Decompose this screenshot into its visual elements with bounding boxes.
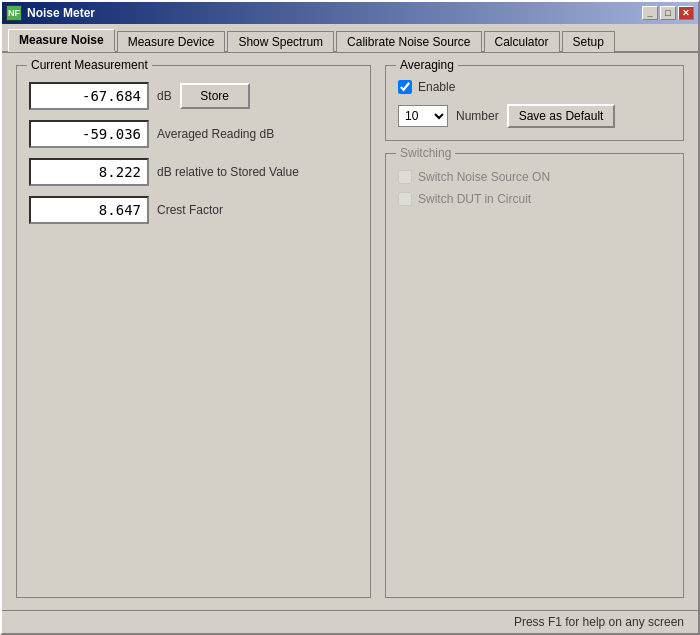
reading-unit-label: dB [157,89,172,103]
tab-measure-noise[interactable]: Measure Noise [8,29,115,52]
window-title: Noise Meter [27,6,95,20]
averaging-title: Averaging [396,58,458,72]
right-column: Averaging Enable 10 5 20 50 100 [385,65,684,598]
reading-input [29,82,149,110]
crest-row: Crest Factor [29,196,358,224]
current-measurement-title: Current Measurement [27,58,152,72]
relative-label: dB relative to Stored Value [157,165,299,179]
averaging-group: Averaging Enable 10 5 20 50 100 [385,65,684,141]
main-row: Current Measurement dB Store Averaged Re… [16,65,684,598]
dut-label: Switch DUT in Circuit [418,192,531,206]
restore-button[interactable]: □ [660,6,676,20]
relative-input [29,158,149,186]
crest-input [29,196,149,224]
store-button[interactable]: Store [180,83,250,109]
main-window: NF Noise Meter _ □ ✕ Measure Noise Measu… [0,0,700,635]
status-text: Press F1 for help on any screen [514,615,684,629]
title-buttons: _ □ ✕ [642,6,694,20]
tabs-bar: Measure Noise Measure Device Show Spectr… [2,24,698,53]
title-bar: NF Noise Meter _ □ ✕ [2,2,698,24]
tab-setup[interactable]: Setup [562,31,615,52]
noise-source-row: Switch Noise Source ON [398,170,671,184]
tab-calibrate-noise-source[interactable]: Calibrate Noise Source [336,31,481,52]
current-measurement-group: Current Measurement dB Store Averaged Re… [16,65,371,598]
noise-source-label: Switch Noise Source ON [418,170,550,184]
crest-label: Crest Factor [157,203,223,217]
save-default-button[interactable]: Save as Default [507,104,616,128]
close-button[interactable]: ✕ [678,6,694,20]
tab-calculator[interactable]: Calculator [484,31,560,52]
number-label: Number [456,109,499,123]
enable-checkbox[interactable] [398,80,412,94]
status-bar: Press F1 for help on any screen [2,610,698,633]
relative-row: dB relative to Stored Value [29,158,358,186]
dut-row: Switch DUT in Circuit [398,192,671,206]
tab-measure-device[interactable]: Measure Device [117,31,226,52]
number-row: 10 5 20 50 100 Number Save as Default [398,104,671,128]
reading-row: dB Store [29,82,358,110]
switching-title: Switching [396,146,455,160]
noise-source-checkbox [398,170,412,184]
tab-show-spectrum[interactable]: Show Spectrum [227,31,334,52]
averaged-label: Averaged Reading dB [157,127,274,141]
averaged-input [29,120,149,148]
enable-row: Enable [398,80,671,94]
number-select[interactable]: 10 5 20 50 100 [398,105,448,127]
content-area: Current Measurement dB Store Averaged Re… [2,53,698,610]
app-icon: NF [6,5,22,21]
minimize-button[interactable]: _ [642,6,658,20]
averaged-row: Averaged Reading dB [29,120,358,148]
title-bar-left: NF Noise Meter [6,5,95,21]
switching-group: Switching Switch Noise Source ON Switch … [385,153,684,598]
enable-label: Enable [418,80,455,94]
dut-checkbox [398,192,412,206]
